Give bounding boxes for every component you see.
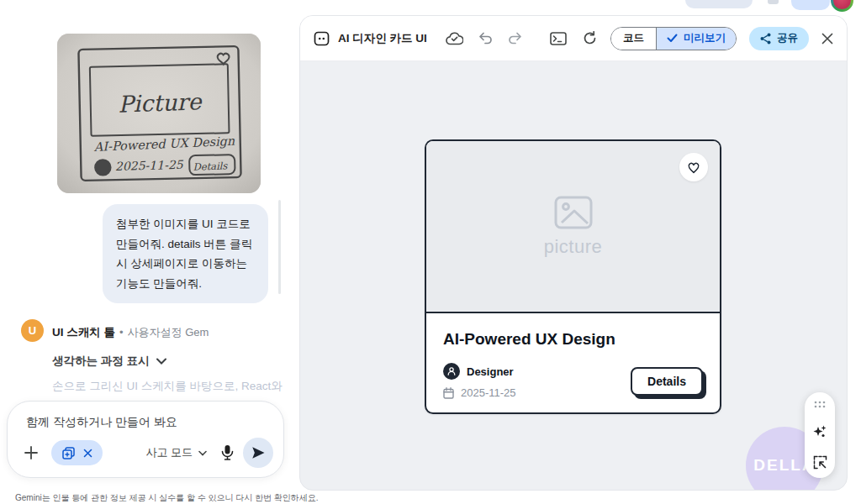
sparkle-icon (812, 424, 827, 439)
mic-button[interactable] (220, 444, 235, 461)
code-preview-toggle: 코드 미리보기 (610, 27, 737, 50)
prompt-composer[interactable]: 사고 모드 (7, 401, 284, 478)
tab-code[interactable]: 코드 (611, 28, 657, 50)
favorite-button[interactable] (679, 153, 708, 181)
canvas-doc-icon (314, 31, 330, 46)
canvas-title: AI 디자인 카드 UI (338, 31, 427, 46)
refresh-icon (583, 31, 597, 45)
refresh-button[interactable] (583, 31, 597, 45)
user-message-text: 첨부한 이미지를 UI 코드로 만들어줘. details 버튼 클릭시 상세페… (116, 218, 252, 290)
gem-name: UI 스캐치 툴 (52, 325, 115, 340)
thinking-mode-selector[interactable]: 사고 모드 (145, 445, 207, 460)
user-message-bubble: 첨부한 이미지를 UI 코드로 만들어줘. details 버튼 클릭시 상세페… (103, 204, 268, 303)
share-icon (760, 33, 771, 45)
calendar-icon (443, 387, 454, 399)
close-icon (821, 33, 833, 45)
thinking-mode-label: 사고 모드 (145, 445, 193, 460)
remove-tool-icon[interactable] (83, 449, 92, 458)
tab-preview-label: 미리보기 (684, 31, 726, 45)
card-author: Designer (467, 365, 514, 378)
image-icon (554, 196, 593, 229)
card-image-placeholder: picture (426, 141, 720, 313)
mic-icon (220, 444, 235, 461)
canvas-panel: AI 디자인 카드 UI (299, 15, 848, 491)
tab-preview[interactable]: 미리보기 (657, 28, 736, 50)
send-button[interactable] (243, 438, 273, 468)
header-small-icon[interactable] (768, 0, 779, 4)
composer-toolbar: 사고 모드 (23, 438, 273, 468)
share-label: 공유 (777, 31, 798, 45)
sketch-details-label: Details (193, 160, 228, 172)
redo-icon (508, 32, 522, 45)
ai-edit-button[interactable] (812, 424, 827, 439)
details-button[interactable]: Details (631, 367, 703, 396)
canvas-header: AI 디자인 카드 UI (300, 16, 847, 61)
drag-dots-icon (814, 401, 826, 408)
prompt-input[interactable] (26, 412, 267, 432)
select-area-icon (813, 455, 827, 470)
sketch-picture-label: Picture (118, 88, 203, 118)
thinking-process-label: 생각하는 과정 표시 (52, 354, 150, 369)
preview-card: picture AI-Powered UX Design Designer (425, 139, 721, 414)
gem-avatar: U (21, 319, 44, 342)
close-canvas-button[interactable] (821, 33, 833, 45)
header-pill-button[interactable] (685, 0, 753, 8)
chevron-down-icon (198, 450, 207, 456)
share-button[interactable]: 공유 (749, 27, 809, 50)
undo-icon (478, 32, 493, 45)
attached-sketch-image[interactable]: Picture AI-Powered UX Design 2025-11-25 … (57, 34, 261, 193)
redo-button[interactable] (508, 32, 522, 45)
canvas-edit-rail (805, 392, 835, 478)
card-date: 2025-11-25 (461, 386, 516, 399)
card-title: AI-Powered UX Design (443, 330, 703, 349)
add-attachment-button[interactable] (23, 444, 40, 461)
check-icon (667, 34, 678, 43)
saved-to-drive-button[interactable] (446, 32, 463, 45)
tab-code-label: 코드 (623, 31, 644, 45)
gem-meta: 사용자설정 Gem (128, 325, 209, 340)
chevron-down-icon (156, 358, 166, 365)
gemini-disclaimer: Gemini는 인물 등에 관한 정보 제공 시 실수를 할 수 있으니 다시 … (15, 492, 319, 504)
author-avatar (443, 363, 460, 380)
person-icon (446, 366, 457, 376)
sketch-avatar (95, 160, 110, 175)
picture-placeholder-label: picture (544, 236, 603, 258)
sketch-drawing: Picture AI-Powered UX Design 2025-11-25 … (57, 34, 261, 193)
gem-name-row: UI 스캐치 툴 • 사용자설정 Gem (52, 325, 209, 340)
thinking-process-toggle[interactable]: 생각하는 과정 표시 (52, 354, 166, 369)
console-button[interactable] (550, 32, 567, 45)
gem-avatar-letter: U (29, 324, 36, 337)
drag-handle[interactable] (814, 401, 826, 408)
cloud-done-icon (446, 32, 463, 45)
select-element-button[interactable] (813, 455, 827, 470)
header-upgrade-pill[interactable] (791, 0, 830, 10)
undo-button[interactable] (478, 32, 493, 45)
plus-icon (23, 444, 40, 461)
preview-canvas: picture AI-Powered UX Design Designer (300, 61, 847, 491)
gemini-app: Picture AI-Powered UX Design 2025-11-25 … (0, 0, 861, 504)
heart-icon (686, 160, 701, 174)
sketch-date-text: 2025-11-25 (115, 158, 184, 173)
card-info: AI-Powered UX Design Designer (426, 313, 720, 412)
gem-separator: • (119, 326, 124, 339)
canvas-tool-chip[interactable] (51, 440, 103, 465)
chat-scrollbar[interactable] (278, 200, 281, 294)
canvas-tool-icon (61, 446, 76, 460)
terminal-icon (550, 32, 567, 45)
streaming-response-text: 손으로 그리신 UI 스케치를 바탕으로, React와 (52, 379, 288, 394)
profile-avatar[interactable] (831, 0, 853, 12)
send-icon (251, 445, 266, 460)
